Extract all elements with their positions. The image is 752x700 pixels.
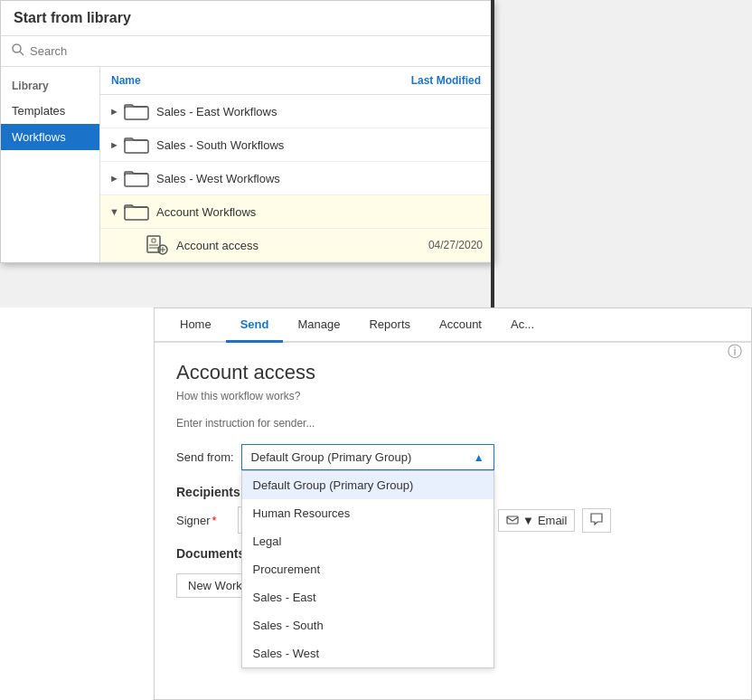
- send-from-dropdown: Default Group (Primary Group) ▲ Default …: [241, 444, 494, 470]
- dropdown-selected-value: Default Group (Primary Group): [251, 450, 412, 464]
- chat-icon[interactable]: [582, 508, 611, 533]
- email-label: Email: [538, 514, 568, 527]
- tab-manage[interactable]: Manage: [283, 308, 354, 343]
- search-icon: [12, 43, 24, 59]
- dropdown-trigger[interactable]: Default Group (Primary Group) ▲: [241, 444, 494, 470]
- email-button[interactable]: ▼ Email: [498, 509, 575, 532]
- folder-icon: [124, 101, 149, 121]
- signer-label: Signer*: [176, 514, 230, 527]
- dropdown-option[interactable]: Procurement: [242, 555, 494, 583]
- svg-rect-2: [125, 107, 148, 119]
- workflow-doc-icon: [144, 235, 169, 255]
- sidebar-item-templates[interactable]: Templates: [1, 98, 99, 124]
- file-name: Account access: [176, 239, 428, 252]
- col-name: Name: [111, 74, 141, 87]
- content-area: Account access How this workflow works? …: [155, 343, 751, 616]
- table-row[interactable]: ► Sales - South Workflows: [100, 128, 492, 162]
- table-row[interactable]: ► Sales - West Workflows: [100, 162, 492, 195]
- tab-send[interactable]: Send: [226, 308, 284, 343]
- panel-body: Library Templates Workflows Name Last Mo…: [1, 67, 492, 262]
- help-icon[interactable]: ⓘ: [728, 343, 742, 362]
- folder-icon: [124, 202, 149, 222]
- dropdown-option[interactable]: Human Resources: [242, 499, 494, 527]
- vertical-divider: [491, 0, 494, 307]
- tab-more[interactable]: Ac...: [496, 308, 549, 343]
- file-name: Sales - South Workflows: [156, 138, 483, 152]
- sidebar-item-workflows[interactable]: Workflows: [1, 124, 99, 150]
- dropdown-option[interactable]: Sales - South: [242, 611, 494, 639]
- svg-rect-7: [152, 239, 155, 242]
- svg-rect-5: [125, 207, 148, 220]
- dropdown-option[interactable]: Legal: [242, 527, 494, 555]
- expand-arrow: ►: [109, 139, 122, 150]
- tab-account[interactable]: Account: [425, 308, 496, 343]
- library-panel: Start from library Library Templates Wor…: [0, 0, 493, 263]
- file-name: Account Workflows: [156, 205, 483, 219]
- page-subtitle-line2: Enter instruction for sender...: [176, 417, 729, 430]
- panel-title: Start from library: [1, 1, 492, 36]
- svg-line-1: [20, 52, 24, 55]
- expand-arrow: ►: [109, 106, 122, 117]
- dropdown-option[interactable]: Default Group (Primary Group): [242, 471, 494, 499]
- file-name: Sales - West Workflows: [156, 172, 483, 185]
- tab-reports[interactable]: Reports: [354, 308, 425, 343]
- expand-arrow: ►: [109, 173, 122, 184]
- chevron-up-icon: ▲: [474, 451, 484, 464]
- sidebar-section-label: Library: [1, 74, 99, 98]
- table-row[interactable]: Account access 04/27/2020: [100, 229, 492, 262]
- nav-bar: Home Send Manage Reports Account Ac...: [155, 308, 751, 343]
- col-last-modified: Last Modified: [411, 74, 481, 87]
- send-from-row: Send from: Default Group (Primary Group)…: [176, 444, 729, 470]
- folder-icon: [124, 135, 149, 155]
- search-bar: [1, 36, 492, 67]
- table-row[interactable]: ▼ Account Workflows: [100, 195, 492, 229]
- expand-arrow: ▼: [109, 206, 122, 217]
- file-name: Sales - East Workflows: [156, 105, 483, 118]
- file-list-header: Name Last Modified: [100, 67, 492, 95]
- svg-rect-4: [125, 174, 148, 186]
- sidebar: Library Templates Workflows: [1, 67, 100, 262]
- email-dropdown-arrow: ▼: [522, 514, 534, 527]
- page-subtitle-line1: How this workflow works?: [176, 390, 729, 402]
- send-from-label: Send from:: [176, 450, 234, 464]
- svg-rect-13: [507, 516, 518, 524]
- required-indicator: *: [212, 514, 217, 527]
- search-input[interactable]: [30, 44, 481, 58]
- page-title: Account access: [176, 361, 729, 384]
- svg-point-0: [13, 44, 21, 52]
- svg-rect-3: [125, 140, 148, 153]
- folder-icon: [124, 168, 149, 188]
- file-list: Name Last Modified ► Sales - East Workfl…: [100, 67, 492, 262]
- table-row[interactable]: ► Sales - East Workflows: [100, 95, 492, 128]
- main-content-area: Home Send Manage Reports Account Ac... A…: [154, 307, 752, 700]
- dropdown-option[interactable]: Sales - East: [242, 583, 494, 611]
- tab-home[interactable]: Home: [165, 308, 226, 343]
- dropdown-menu: Default Group (Primary Group) Human Reso…: [241, 470, 494, 668]
- file-date: 04/27/2020: [428, 239, 483, 251]
- dropdown-option[interactable]: Sales - West: [242, 639, 494, 667]
